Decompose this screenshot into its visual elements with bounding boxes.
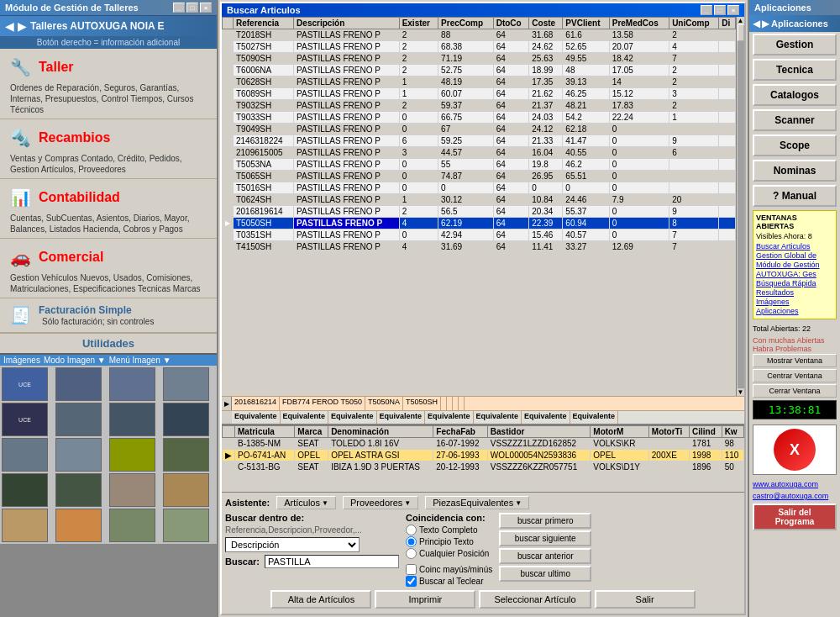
ventana-imagenes[interactable]: Imágenes [756,298,833,306]
right-nav-forward-icon[interactable]: ▶ [762,18,769,29]
table-row[interactable]: T0351SHPASTILLAS FRENO P042.946415.4640.… [223,229,736,241]
articulos-tab-btn[interactable]: Artículos ▼ [276,496,336,509]
radio-texto-completo[interactable]: Texto Completo [406,525,492,535]
imprimir-btn[interactable]: Imprimir [375,590,475,609]
col-exist[interactable]: Exister [399,18,438,29]
table-row[interactable]: T4150SHPASTILLAS FRENO P431.696411.4133.… [223,241,736,253]
table-row[interactable]: T5090SHPASTILLAS FRENO P271.196425.6349.… [223,53,736,65]
gestion-btn[interactable]: Gestion [753,34,837,55]
scroll-down-btn[interactable]: ▼ [738,388,744,396]
ventana-aplicaciones[interactable]: Aplicaciones [756,307,833,315]
col-di[interactable]: Di [719,18,736,29]
table-row[interactable]: 2016819614PASTILLAS FRENO P256.56420.345… [223,206,736,218]
col-coste[interactable]: Coste [529,18,563,29]
alta-articulos-btn[interactable]: Alta de Artículos [270,590,371,609]
check-teclear[interactable]: Buscar al Teclear [406,576,492,587]
table-row[interactable]: T6006NAPASTILLAS FRENO P252.756418.99481… [223,65,736,76]
centrar-ventana-btn[interactable]: Centrar Ventana [753,369,837,382]
scanner-btn[interactable]: Scanner [753,109,837,131]
table-row[interactable]: T5053NAPASTILLAS FRENO P0556419.846.20 [223,159,736,171]
vcol-bastidor[interactable]: Bastidor [487,426,591,438]
table-row[interactable]: T2018SHPASTILLAS FRENO P2886431.6861.613… [223,29,736,41]
radio-principio-texto[interactable]: Principio Texto [406,536,492,547]
cerrar-ventana-btn[interactable]: Cerrar Ventana [753,384,837,398]
col-dtoco[interactable]: DtoCo [493,18,529,29]
vcol-marca[interactable]: Marca [295,426,328,438]
scope-btn[interactable]: Scope [753,134,837,156]
ventana-autoxuga[interactable]: AUTOXUGA: Ges [756,270,833,278]
vcol-motort[interactable]: MotorTi [648,426,689,438]
ventana-modulo-gestion[interactable]: Módulo de Gestión [756,261,833,269]
ventana-resultados[interactable]: Resultados [756,288,833,297]
vcol-mat[interactable]: Matricula [235,426,295,438]
table-row[interactable]: T5016SHPASTILLAS FRENO P0064000 [223,182,736,194]
col-preccomp[interactable]: PrecComp [438,18,494,29]
salir-btn[interactable]: Salir [595,590,696,609]
scroll-up-btn[interactable]: ▲ [738,17,744,24]
col-desc[interactable]: Descripción [294,18,400,29]
radio-cualquier-posicion[interactable]: Cualquier Posición [406,548,492,559]
email-link[interactable]: castro@autoxuga.com [749,490,840,502]
table-scrollbar[interactable]: ▲ ▼ [736,17,744,396]
vcol-kw[interactable]: Kw [722,426,743,438]
section-facturacion[interactable]: 🧾 Facturación Simple Sólo facturación; s… [0,298,217,333]
table-row[interactable]: T6089SHPASTILLAS FRENO P160.076421.6246.… [223,88,736,100]
col-ref[interactable]: Referencia [234,18,294,29]
check-mayus-input[interactable] [406,564,417,575]
proveedores-tab-btn[interactable]: Proveedores ▼ [343,496,418,509]
section-taller[interactable]: 🔧 Taller Ordenes de Reparación, Seguros,… [0,49,217,119]
vcol-cilind[interactable]: Cilind [690,426,722,438]
left-maximize-btn[interactable]: □ [186,3,198,13]
win-close-btn[interactable]: × [727,5,739,15]
nav-forward-icon[interactable]: ▶ [18,19,27,33]
buscar-anterior-btn[interactable]: buscar anterior [499,548,591,564]
left-close-btn[interactable]: × [200,3,212,13]
vehicle-row[interactable]: B-1385-NMSEATTOLEDO 1.8I 16V16-07-1992VS… [223,438,744,450]
col-pvclient[interactable]: PVClient [563,18,609,29]
table-row[interactable]: T5065SHPASTILLAS FRENO P074.876426.9565.… [223,171,736,182]
modo-imagen-btn[interactable]: Modo Imagen ▼ [44,356,106,365]
section-comercial[interactable]: 🚗 Comercial Gestion Vehículos Nuevos, Us… [0,239,217,298]
table-row[interactable]: ▶T5050SHPASTILLAS FRENO P462.196422.3960… [223,218,736,229]
section-contabilidad[interactable]: 📊 Contabilidad Cuentas, SubCuentas, Asie… [0,179,217,239]
table-row[interactable]: T0628SHPASTILLAS FRENO P148.196417.3539.… [223,76,736,88]
section-recambios[interactable]: 🔩 Recambios Ventas y Compras Contado, Cr… [0,119,217,179]
manual-btn[interactable]: ? Manual [753,185,837,207]
buscar-siguiente-btn[interactable]: buscar siguiente [499,530,591,546]
table-row[interactable]: 2146318224PASTILLAS FRENO P659.256421.33… [223,135,736,147]
table-row[interactable]: T5027SHPASTILLAS FRENO P268.386424.6252.… [223,41,736,53]
table-row[interactable]: T9033SHPASTILLAS FRENO P066.756424.0354.… [223,112,736,124]
seleccionar-articulo-btn[interactable]: Seleccionar Artículo [479,590,591,609]
win-minimize-btn[interactable]: _ [701,5,712,15]
vcol-denom[interactable]: Denominación [328,426,433,438]
vcol-motorm[interactable]: MotorM [591,426,648,438]
vehicle-row[interactable]: ▶PO-6741-ANOPELOPEL ASTRA GSI27-06-1993W… [223,450,744,461]
catalogos-btn[interactable]: Catalogos [753,84,837,106]
nav-back-icon[interactable]: ◀ [5,19,14,33]
scroll-thumb[interactable] [738,24,744,41]
col-unicomp[interactable]: UniComp [669,18,719,29]
win-maximize-btn[interactable]: □ [714,5,726,15]
nominas-btn[interactable]: Nominas [753,160,837,182]
ventana-buscar-articulos[interactable]: Buscar Articulos [756,242,833,250]
ventana-gestion-global[interactable]: Gestion Global de [756,251,833,260]
salir-programa-btn[interactable]: Salir del Programa [753,504,837,530]
piezas-tab-btn[interactable]: PiezasEquivalentes ▼ [425,496,529,509]
left-minimize-btn[interactable]: _ [173,3,185,13]
buscar-ultimo-btn[interactable]: buscar ultimo [499,566,591,582]
radio-cualquier-posicion-input[interactable] [406,548,417,559]
check-mayus[interactable]: Coinc mayús/minús [406,564,492,575]
table-row[interactable]: T9049SHPASTILLAS FRENO P0676424.1262.180 [223,124,736,135]
right-nav-back-icon[interactable]: ◀ [753,18,760,29]
buscar-input[interactable] [265,555,399,568]
col-premedcos[interactable]: PreMedCos [609,18,669,29]
vehicle-row[interactable]: C-5131-BGSEATIBIZA 1.9D 3 PUERTAS20-12-1… [223,461,744,473]
website-link[interactable]: www.autoxuga.com [749,478,840,490]
mostrar-ventana-btn[interactable]: Mostrar Ventana [753,354,837,367]
table-row[interactable]: T9032SHPASTILLAS FRENO P259.376421.3748.… [223,100,736,112]
buscar-primero-btn[interactable]: buscar primero [499,513,591,529]
menu-imagen-btn[interactable]: Menú Imagen ▼ [109,356,171,365]
radio-principio-texto-input[interactable] [406,536,417,547]
vcol-fecha[interactable]: FechaFab [433,426,488,438]
tecnica-btn[interactable]: Tecnica [753,59,837,81]
